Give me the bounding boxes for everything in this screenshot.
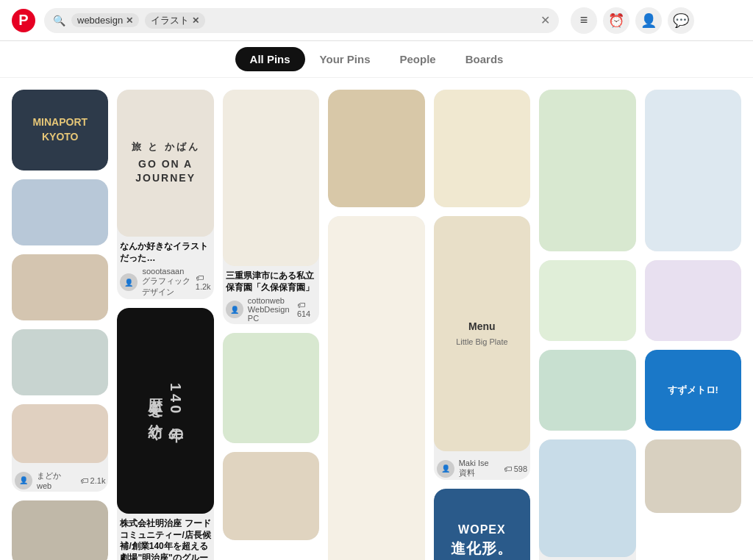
pin-card[interactable] — [12, 179, 108, 245]
pin-card[interactable] — [539, 90, 635, 251]
pin-card[interactable] — [539, 350, 635, 431]
pin-card[interactable]: 81-web.com【Webデザイン集】 👤 Takanori Goto web… — [539, 439, 635, 560]
tag-close-webdesign[interactable]: ✕ — [126, 15, 133, 26]
tag-close-illust[interactable]: ✕ — [192, 15, 199, 26]
pin-card[interactable] — [223, 333, 319, 443]
pin-card[interactable]: 旅 と かばん GO ON A JOURNEY なんか好きなイラストだった… 👤… — [117, 90, 213, 299]
pin-card[interactable] — [12, 329, 108, 395]
pin-card[interactable]: すずメトロ! — [645, 350, 741, 431]
pin-card[interactable] — [223, 452, 319, 540]
pin-card[interactable] — [645, 260, 741, 341]
search-icon: 🔍 — [53, 15, 65, 26]
header: P 🔍 webdesign ✕ イラスト ✕ ✕ ≡ ⏰ 👤 💬 — [0, 0, 753, 41]
tag-illust[interactable]: イラスト ✕ — [145, 12, 205, 29]
pin-card[interactable]: 三重県津市にある私立保育園「久保保育園」 👤 cottonweb WebDesi… — [223, 90, 319, 324]
tab-boards[interactable]: Boards — [451, 47, 518, 71]
tabs: All Pins Your Pins People Boards — [0, 41, 753, 78]
notifications-button[interactable]: ⏰ — [603, 7, 629, 34]
search-bar[interactable]: 🔍 webdesign ✕ イラスト ✕ ✕ — [44, 8, 559, 33]
tab-all-pins[interactable]: All Pins — [235, 47, 305, 71]
pin-card[interactable] — [645, 439, 741, 513]
logo[interactable]: P — [12, 9, 35, 32]
pin-card[interactable] — [539, 260, 635, 341]
messages-button[interactable]: 💬 — [668, 7, 694, 34]
profile-button[interactable]: 👤 — [635, 7, 662, 34]
menu-button[interactable]: ≡ — [571, 7, 597, 34]
pin-card[interactable]: 140年の 歴史を紡ぐ 株式会社明治座 フードコミュニティー/店長候補/創業14… — [117, 308, 213, 560]
pin-card[interactable] — [12, 254, 108, 320]
pin-card[interactable]: MINAPORT KYOTO — [12, 90, 108, 170]
search-input[interactable] — [211, 15, 535, 26]
pin-card[interactable] — [328, 90, 424, 207]
search-clear-icon[interactable]: ✕ — [540, 13, 550, 27]
pin-card[interactable] — [434, 90, 530, 207]
pins-grid: MINAPORT KYOTO 👤 まどか web 🏷 2.1k — [0, 78, 753, 560]
pin-card[interactable]: 👤 まどか web 🏷 2.1k — [12, 404, 108, 492]
pin-card[interactable]: WOPEX 進化形。 — [434, 489, 530, 560]
pin-card[interactable] — [12, 500, 108, 560]
tag-label: イラスト — [151, 14, 189, 27]
tab-people[interactable]: People — [385, 47, 451, 71]
tag-label: webdesign — [77, 15, 123, 26]
pin-card[interactable] — [645, 90, 741, 251]
tab-your-pins[interactable]: Your Pins — [305, 47, 385, 71]
pin-card[interactable]: 👤 NAOFUMI takahashi... Degin 🏷 80 — [328, 216, 424, 560]
pin-card[interactable]: Menu Little Big Plate 👤 Maki Ise 資料 🏷 59… — [434, 216, 530, 480]
tag-webdesign[interactable]: webdesign ✕ — [71, 13, 139, 27]
header-icons: ≡ ⏰ 👤 💬 — [571, 7, 694, 34]
